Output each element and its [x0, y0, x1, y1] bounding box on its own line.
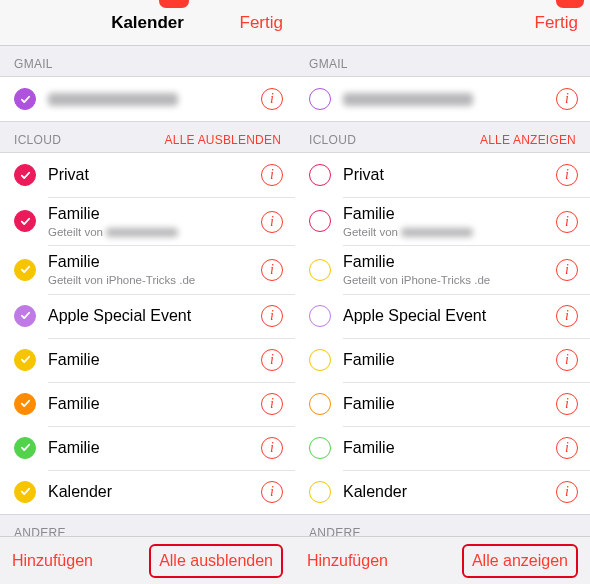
header: Kalender Fertig: [0, 0, 295, 46]
calendar-row[interactable]: Kalenderi: [295, 470, 590, 514]
calendar-label: Familie: [48, 438, 253, 458]
calendar-label: Familie: [48, 394, 253, 414]
checkbox-icon[interactable]: [309, 88, 331, 110]
calendar-label: FamilieGeteilt von: [343, 204, 548, 239]
calendar-sublabel: Geteilt von: [343, 225, 548, 239]
section-title: GMAIL: [309, 57, 348, 71]
checkbox-icon[interactable]: [309, 210, 331, 232]
calendar-row[interactable]: FamilieGeteilt von i: [0, 197, 295, 245]
calendar-row[interactable]: i: [0, 77, 295, 121]
header: Fertig: [295, 0, 590, 46]
checkbox-icon[interactable]: [309, 437, 331, 459]
calendar-label: Apple Special Event: [48, 306, 253, 326]
checkbox-icon[interactable]: [14, 88, 36, 110]
calendar-row[interactable]: Familiei: [295, 382, 590, 426]
toolbar: Hinzufügen Alle ausblenden: [0, 536, 295, 584]
section-header-other: ANDERE: [0, 515, 295, 536]
info-icon[interactable]: i: [261, 88, 283, 110]
add-calendar-button[interactable]: Hinzufügen: [12, 552, 93, 570]
calendar-label: Familie: [343, 438, 548, 458]
section-action-show-all[interactable]: ALLE ANZEIGEN: [480, 133, 576, 147]
section-header-icloud: ICLOUD ALLE AUSBLENDEN: [0, 122, 295, 152]
add-calendar-button[interactable]: Hinzufügen: [307, 552, 388, 570]
show-all-button[interactable]: Alle anzeigen: [462, 544, 578, 578]
calendar-row[interactable]: Privati: [0, 153, 295, 197]
checkbox-icon[interactable]: [309, 305, 331, 327]
screenshot-root: Kalender Fertig GMAIL i: [0, 0, 590, 584]
info-icon[interactable]: i: [556, 481, 578, 503]
done-button[interactable]: Fertig: [535, 0, 578, 45]
info-icon[interactable]: i: [261, 259, 283, 281]
checkbox-icon[interactable]: [14, 481, 36, 503]
hide-all-button[interactable]: Alle ausblenden: [149, 544, 283, 578]
done-button[interactable]: Fertig: [240, 0, 283, 45]
info-icon[interactable]: i: [556, 88, 578, 110]
calendar-row[interactable]: Familiei: [0, 382, 295, 426]
section-list-icloud: PrivatiFamilieGeteilt von iFamilieGeteil…: [0, 152, 295, 515]
calendar-label: Familie: [48, 350, 253, 370]
checkbox-icon[interactable]: [309, 481, 331, 503]
section-title: ICLOUD: [14, 133, 61, 147]
info-icon[interactable]: i: [261, 481, 283, 503]
calendar-row[interactable]: FamilieGeteilt von iPhone-Tricks .dei: [0, 245, 295, 293]
calendar-row[interactable]: Familiei: [295, 338, 590, 382]
info-icon[interactable]: i: [261, 349, 283, 371]
info-icon[interactable]: i: [556, 393, 578, 415]
scroll-area[interactable]: GMAIL i ICLOUD ALLE ANZEIGEN PrivatiFa: [295, 46, 590, 536]
checkbox-icon[interactable]: [14, 305, 36, 327]
page-title: Kalender: [111, 13, 184, 33]
calendar-row[interactable]: Familiei: [295, 426, 590, 470]
info-icon[interactable]: i: [556, 164, 578, 186]
checkbox-icon[interactable]: [309, 349, 331, 371]
calendar-row[interactable]: FamilieGeteilt von i: [295, 197, 590, 245]
calendar-row[interactable]: i: [295, 77, 590, 121]
checkbox-icon[interactable]: [14, 437, 36, 459]
section-list-gmail: i: [0, 76, 295, 122]
calendar-row[interactable]: Privati: [295, 153, 590, 197]
calendar-label: FamilieGeteilt von iPhone-Tricks .de: [48, 252, 253, 287]
calendar-row[interactable]: FamilieGeteilt von iPhone-Tricks .dei: [295, 245, 590, 293]
section-header-gmail: GMAIL: [295, 46, 590, 76]
info-icon[interactable]: i: [556, 349, 578, 371]
calendar-sublabel: Geteilt von iPhone-Tricks .de: [48, 273, 253, 287]
checkbox-icon[interactable]: [309, 259, 331, 281]
info-icon[interactable]: i: [556, 437, 578, 459]
checkbox-icon[interactable]: [14, 259, 36, 281]
info-icon[interactable]: i: [261, 211, 283, 233]
checkbox-icon[interactable]: [14, 164, 36, 186]
info-icon[interactable]: i: [556, 305, 578, 327]
section-header-other: ANDERE: [295, 515, 590, 536]
info-icon[interactable]: i: [556, 259, 578, 281]
info-icon[interactable]: i: [261, 305, 283, 327]
section-action-hide-all[interactable]: ALLE AUSBLENDEN: [165, 133, 281, 147]
section-title: ANDERE: [309, 526, 361, 536]
calendar-label: Familie: [343, 350, 548, 370]
toolbar: Hinzufügen Alle anzeigen: [295, 536, 590, 584]
checkbox-icon[interactable]: [14, 393, 36, 415]
checkbox-icon[interactable]: [14, 210, 36, 232]
calendar-label: Kalender: [48, 482, 253, 502]
info-icon[interactable]: i: [261, 437, 283, 459]
checkbox-icon[interactable]: [309, 164, 331, 186]
calendar-row[interactable]: Familiei: [0, 426, 295, 470]
checkbox-icon[interactable]: [309, 393, 331, 415]
section-title: ANDERE: [14, 526, 66, 536]
calendar-row[interactable]: Apple Special Eventi: [295, 294, 590, 338]
section-header-icloud: ICLOUD ALLE ANZEIGEN: [295, 122, 590, 152]
calendar-label: [48, 93, 253, 106]
info-icon[interactable]: i: [261, 393, 283, 415]
calendar-row[interactable]: Familiei: [0, 338, 295, 382]
info-icon[interactable]: i: [261, 164, 283, 186]
calendar-sublabel: Geteilt von: [48, 225, 253, 239]
scroll-area[interactable]: GMAIL i ICLOUD ALLE: [0, 46, 295, 536]
section-list-icloud: PrivatiFamilieGeteilt von iFamilieGeteil…: [295, 152, 590, 515]
calendar-label: [343, 93, 548, 106]
checkbox-icon[interactable]: [14, 349, 36, 371]
calendar-row[interactable]: Kalenderi: [0, 470, 295, 514]
info-icon[interactable]: i: [556, 211, 578, 233]
calendar-label: Privat: [343, 165, 548, 185]
calendar-label: Familie: [343, 394, 548, 414]
calendar-label: FamilieGeteilt von: [48, 204, 253, 239]
calendar-sublabel: Geteilt von iPhone-Tricks .de: [343, 273, 548, 287]
calendar-row[interactable]: Apple Special Eventi: [0, 294, 295, 338]
